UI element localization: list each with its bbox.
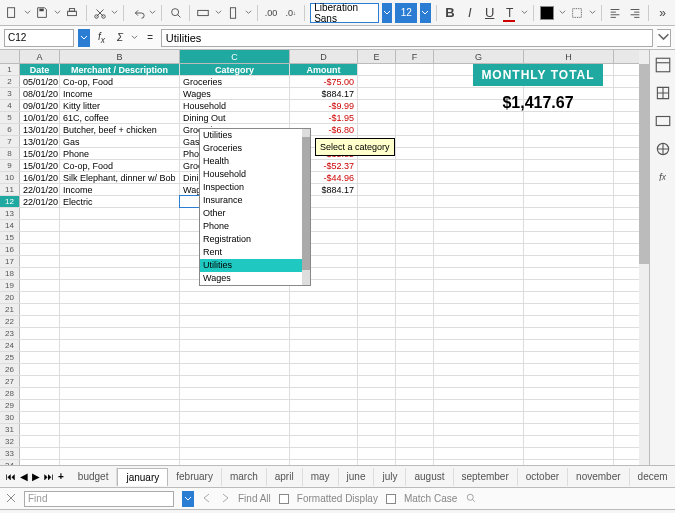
cell[interactable] bbox=[290, 400, 358, 411]
cell[interactable] bbox=[434, 328, 524, 339]
cell[interactable] bbox=[524, 328, 614, 339]
cell[interactable] bbox=[396, 388, 434, 399]
new-doc-icon[interactable] bbox=[4, 3, 21, 23]
cell[interactable] bbox=[358, 220, 396, 231]
cell[interactable] bbox=[434, 172, 524, 183]
cell[interactable] bbox=[180, 316, 290, 327]
undo-icon[interactable] bbox=[129, 3, 146, 23]
cell[interactable] bbox=[434, 388, 524, 399]
formula-input[interactable]: Utilities bbox=[161, 29, 653, 47]
cell-merchant[interactable]: Phone bbox=[60, 148, 180, 159]
cell[interactable] bbox=[396, 364, 434, 375]
cell-date[interactable]: 10/01/20 bbox=[20, 112, 60, 123]
cell[interactable] bbox=[358, 424, 396, 435]
row-header[interactable]: 2 bbox=[0, 76, 20, 87]
cell[interactable] bbox=[524, 436, 614, 447]
sheet-tab[interactable]: budget bbox=[70, 468, 118, 486]
cell[interactable] bbox=[434, 136, 524, 147]
dropdown-option[interactable]: Utilities bbox=[200, 259, 310, 272]
cell[interactable] bbox=[180, 364, 290, 375]
cell[interactable] bbox=[358, 268, 396, 279]
row-header[interactable]: 10 bbox=[0, 172, 20, 183]
cell[interactable] bbox=[20, 460, 60, 465]
cell[interactable] bbox=[358, 376, 396, 387]
dropdown-option[interactable]: Groceries bbox=[200, 142, 310, 155]
cell[interactable] bbox=[396, 280, 434, 291]
cell[interactable] bbox=[434, 208, 524, 219]
row-header[interactable]: 23 bbox=[0, 328, 20, 339]
underline-icon[interactable]: U bbox=[481, 3, 498, 23]
cell[interactable] bbox=[434, 400, 524, 411]
cell[interactable] bbox=[396, 436, 434, 447]
navigator-icon[interactable] bbox=[654, 140, 672, 158]
cell[interactable] bbox=[20, 352, 60, 363]
cell[interactable] bbox=[396, 460, 434, 465]
cell[interactable] bbox=[358, 112, 396, 123]
col-header[interactable]: C bbox=[180, 50, 290, 63]
cell[interactable] bbox=[524, 448, 614, 459]
bold-icon[interactable]: B bbox=[441, 3, 458, 23]
row-header[interactable]: 21 bbox=[0, 304, 20, 315]
cell[interactable] bbox=[20, 400, 60, 411]
cell[interactable] bbox=[434, 220, 524, 231]
cell-merchant[interactable]: Electric bbox=[60, 196, 180, 207]
row-header[interactable]: 31 bbox=[0, 424, 20, 435]
cell[interactable] bbox=[180, 376, 290, 387]
cell[interactable] bbox=[358, 232, 396, 243]
cell-amount[interactable]: -$75.00 bbox=[290, 76, 358, 87]
cell-merchant[interactable]: Income bbox=[60, 88, 180, 99]
cell[interactable] bbox=[60, 364, 180, 375]
cell[interactable] bbox=[60, 208, 180, 219]
cell-category[interactable]: Wages bbox=[180, 88, 290, 99]
cell[interactable] bbox=[358, 316, 396, 327]
cell[interactable] bbox=[524, 280, 614, 291]
find-prev-icon[interactable] bbox=[202, 493, 212, 505]
sheet-tab[interactable]: may bbox=[303, 468, 339, 486]
cell-ref-dropdown[interactable] bbox=[78, 29, 90, 47]
cell[interactable] bbox=[60, 292, 180, 303]
print-icon[interactable] bbox=[64, 3, 81, 23]
cell[interactable] bbox=[180, 388, 290, 399]
cell[interactable] bbox=[180, 328, 290, 339]
dropdown-option[interactable]: Utilities bbox=[200, 129, 310, 142]
cell[interactable] bbox=[60, 244, 180, 255]
cell[interactable] bbox=[20, 424, 60, 435]
cell[interactable] bbox=[524, 160, 614, 171]
cell[interactable] bbox=[524, 304, 614, 315]
cell[interactable] bbox=[358, 208, 396, 219]
sheet-tab[interactable]: january bbox=[117, 468, 168, 486]
cell[interactable] bbox=[180, 448, 290, 459]
cell[interactable] bbox=[290, 292, 358, 303]
cell[interactable] bbox=[434, 292, 524, 303]
row-header[interactable]: 19 bbox=[0, 280, 20, 291]
find-close-icon[interactable] bbox=[6, 493, 16, 505]
cell[interactable] bbox=[20, 412, 60, 423]
font-caret[interactable] bbox=[382, 3, 392, 23]
font-color-icon[interactable]: T bbox=[501, 3, 518, 23]
cell-date[interactable]: 13/01/20 bbox=[20, 124, 60, 135]
cell[interactable] bbox=[524, 184, 614, 195]
row-header[interactable]: 27 bbox=[0, 376, 20, 387]
cell[interactable] bbox=[434, 268, 524, 279]
cell[interactable] bbox=[524, 208, 614, 219]
cell[interactable] bbox=[396, 292, 434, 303]
cell[interactable] bbox=[60, 376, 180, 387]
align-left-icon[interactable] bbox=[607, 3, 624, 23]
cell[interactable] bbox=[434, 256, 524, 267]
cell[interactable] bbox=[60, 268, 180, 279]
row-header[interactable]: 8 bbox=[0, 148, 20, 159]
cell[interactable] bbox=[396, 244, 434, 255]
col-header[interactable]: G bbox=[434, 50, 524, 63]
cell[interactable] bbox=[20, 316, 60, 327]
cell[interactable] bbox=[524, 256, 614, 267]
select-all-corner[interactable] bbox=[0, 50, 20, 63]
cell[interactable] bbox=[60, 256, 180, 267]
cell[interactable] bbox=[434, 304, 524, 315]
cell[interactable] bbox=[180, 400, 290, 411]
cell[interactable] bbox=[396, 148, 434, 159]
cell[interactable] bbox=[396, 196, 434, 207]
cell[interactable] bbox=[358, 88, 396, 99]
cell[interactable] bbox=[434, 412, 524, 423]
row-header[interactable]: 25 bbox=[0, 352, 20, 363]
cell[interactable] bbox=[524, 352, 614, 363]
